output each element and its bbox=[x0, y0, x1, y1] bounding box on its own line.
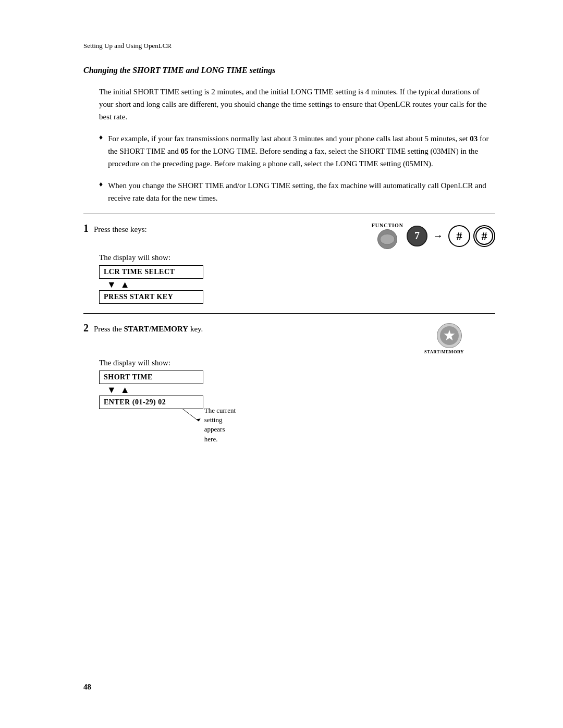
page: Setting Up and Using OpenLCR Changing th… bbox=[0, 0, 563, 728]
step-2-display-section: The display will show: SHORT TIME ▼ ▲ EN… bbox=[99, 359, 495, 409]
bullet-symbol-2: ♦ bbox=[99, 180, 103, 204]
bullet-content-2: When you change the SHORT TIME and/or LO… bbox=[108, 179, 495, 204]
step-1-section: 1 Press these keys: FUNCTION 7 → # # bbox=[83, 224, 495, 304]
step-1-label: Press these keys: bbox=[94, 224, 147, 236]
step-2-label: Press the START/MEMORY key. bbox=[94, 323, 203, 335]
display-line-2: PRESS START KEY bbox=[99, 290, 203, 304]
section-title: Changing the SHORT TIME and LONG TIME se… bbox=[83, 66, 495, 75]
step-1-display-label: The display will show: bbox=[99, 253, 495, 262]
bullet-symbol-1: ♦ bbox=[99, 133, 103, 170]
start-memory-button bbox=[437, 323, 462, 348]
start-memory-inner bbox=[440, 326, 459, 345]
svg-marker-1 bbox=[444, 329, 455, 341]
display-arrows: ▼ ▲ bbox=[99, 279, 495, 290]
annotation-text: The current setting appears here. bbox=[204, 406, 237, 444]
display-arrows-2: ▼ ▲ bbox=[99, 384, 495, 396]
step-2-bold: START/MEMORY bbox=[124, 325, 189, 333]
svg-point-0 bbox=[380, 234, 395, 244]
keys-illustration: FUNCTION 7 → # # bbox=[372, 223, 495, 249]
function-label: FUNCTION bbox=[372, 223, 403, 228]
divider-1 bbox=[83, 214, 495, 214]
annotation-arrow bbox=[182, 405, 202, 426]
step-2-display-label: The display will show: bbox=[99, 359, 495, 367]
page-header: Setting Up and Using OpenLCR bbox=[83, 42, 495, 50]
divider-2 bbox=[83, 313, 495, 314]
hash-button-2: # bbox=[473, 225, 495, 247]
short-time-display: SHORT TIME bbox=[99, 371, 203, 384]
display-line-1: LCR TIME SELECT bbox=[99, 265, 203, 279]
start-memory-container: START/MEMORY bbox=[424, 323, 464, 354]
step-2-number: 2 bbox=[83, 322, 89, 334]
up-arrow: ▲ bbox=[120, 279, 130, 290]
up-arrow-2: ▲ bbox=[120, 385, 130, 396]
step-1-number: 1 bbox=[83, 223, 89, 235]
down-arrow: ▼ bbox=[107, 279, 116, 290]
function-button bbox=[377, 229, 397, 249]
intro-paragraph: The initial SHORT TIME setting is 2 minu… bbox=[99, 85, 495, 123]
step-1-display-section: The display will show: LCR TIME SELECT ▼… bbox=[99, 253, 495, 304]
step-2-section: 2 Press the START/MEMORY key. START/MEMO… bbox=[83, 323, 495, 409]
arrow-right: → bbox=[433, 230, 443, 242]
step-2-suffix: key. bbox=[188, 325, 203, 333]
enter-display-wrapper: ENTER (01-29) 02 The current setting app… bbox=[99, 396, 203, 409]
start-memory-label: START/MEMORY bbox=[424, 349, 464, 354]
page-number: 48 bbox=[83, 683, 91, 692]
button-7: 7 bbox=[407, 226, 427, 246]
annotation-area: The current setting appears here. bbox=[182, 405, 237, 444]
bullet-content-1: For example, if your fax transmissions n… bbox=[108, 132, 495, 170]
bullet-item-1: ♦ For example, if your fax transmissions… bbox=[99, 132, 495, 170]
bullet-item-2: ♦ When you change the SHORT TIME and/or … bbox=[99, 179, 495, 204]
down-arrow-2: ▼ bbox=[107, 385, 116, 396]
hash-button-1: # bbox=[448, 225, 470, 247]
